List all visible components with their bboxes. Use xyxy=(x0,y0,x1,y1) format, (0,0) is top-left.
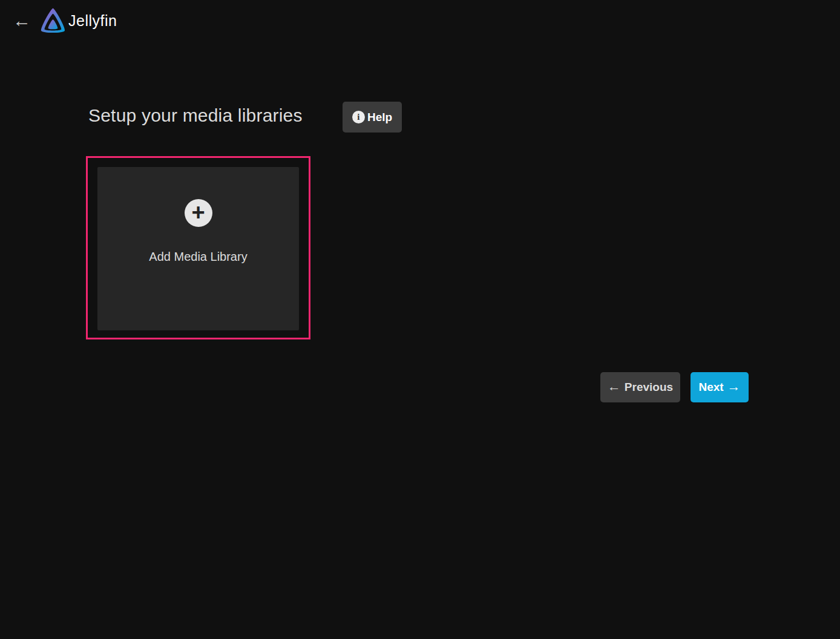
info-icon: i xyxy=(352,111,365,123)
library-card-label: Add Media Library xyxy=(149,250,247,264)
next-button-label: Next xyxy=(698,381,723,394)
jellyfin-logo-icon xyxy=(39,7,67,35)
page-title: Setup your media libraries xyxy=(88,105,303,126)
back-arrow-icon: ← xyxy=(13,11,31,30)
add-media-library-card[interactable]: + Add Media Library xyxy=(97,167,299,330)
help-button-label: Help xyxy=(367,111,392,124)
previous-button[interactable]: ← Previous xyxy=(600,372,680,402)
plus-circle-icon: + xyxy=(185,199,212,227)
library-card-focus-ring: + Add Media Library xyxy=(86,156,310,339)
app-title: Jellyfin xyxy=(68,12,117,30)
next-button[interactable]: Next → xyxy=(691,372,749,402)
arrow-right-icon: → xyxy=(727,380,741,393)
help-button[interactable]: i Help xyxy=(343,102,402,133)
back-button[interactable]: ← xyxy=(8,8,35,33)
arrow-left-icon: ← xyxy=(608,380,621,393)
jellyfin-setup-wizard: ← Jellyfin Setup your media libraries i … xyxy=(0,0,840,639)
previous-button-label: Previous xyxy=(625,381,673,394)
